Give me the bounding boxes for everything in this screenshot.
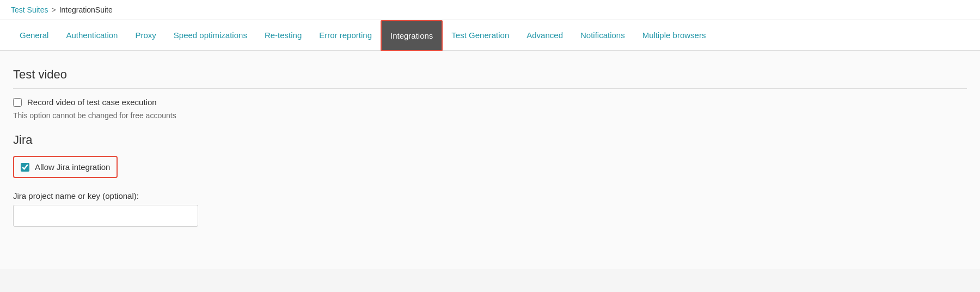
jira-project-input[interactable] [13, 205, 198, 227]
jira-integration-checkbox[interactable] [21, 163, 29, 172]
test-video-title: Test video [13, 68, 967, 89]
tab-error-reporting[interactable]: Error reporting [310, 20, 381, 51]
tab-integrations[interactable]: Integrations [381, 20, 443, 51]
breadcrumb: Test Suites > IntegrationSuite [11, 5, 969, 14]
record-video-row: Record video of test case execution [13, 98, 967, 107]
tabs-bar: General Authentication Proxy Speed optim… [0, 20, 980, 51]
breadcrumb-bar: Test Suites > IntegrationSuite [0, 0, 980, 20]
jira-checkbox-container: Allow Jira integration [13, 156, 118, 178]
tab-general[interactable]: General [11, 20, 57, 51]
tab-re-testing[interactable]: Re-testing [256, 20, 310, 51]
record-video-label[interactable]: Record video of test case execution [27, 98, 157, 107]
main-content: Test video Record video of test case exe… [0, 51, 980, 269]
tab-advanced[interactable]: Advanced [518, 20, 572, 51]
breadcrumb-separator: > [51, 5, 56, 14]
tab-proxy[interactable]: Proxy [126, 20, 164, 51]
tab-authentication[interactable]: Authentication [57, 20, 126, 51]
jira-project-label: Jira project name or key (optional): [13, 191, 967, 200]
breadcrumb-current: IntegrationSuite [59, 5, 113, 14]
jira-integration-label[interactable]: Allow Jira integration [35, 162, 110, 172]
record-video-checkbox[interactable] [13, 98, 22, 107]
tab-multiple-browsers[interactable]: Multiple browsers [634, 20, 715, 51]
jira-title: Jira [13, 133, 967, 147]
tab-test-generation[interactable]: Test Generation [443, 20, 518, 51]
breadcrumb-link[interactable]: Test Suites [11, 5, 48, 14]
tab-speed-optimizations[interactable]: Speed optimizations [165, 20, 256, 51]
record-video-help: This option cannot be changed for free a… [13, 111, 967, 120]
tab-notifications[interactable]: Notifications [572, 20, 634, 51]
